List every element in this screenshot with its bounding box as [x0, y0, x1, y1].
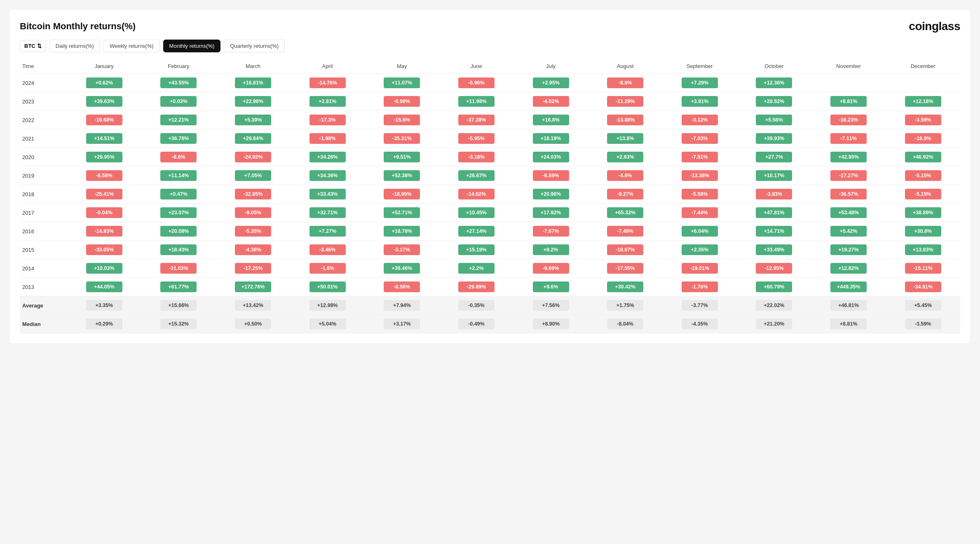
value-cell: -7.44% [662, 204, 737, 222]
value-cell: +22.96% [216, 92, 291, 111]
value-cell: - [811, 74, 886, 92]
value-cell: +16.8% [513, 111, 588, 129]
value-cell: +5.42% [811, 222, 886, 241]
median-cell: +3.17% [365, 315, 439, 333]
value-cell: -18.99% [365, 185, 439, 204]
table-row: 2014+10.03%-31.03%-17.25%-1.6%+39.46%+2.… [20, 259, 960, 278]
value-cell: +12.18% [886, 92, 960, 111]
value-cell: +20.96% [513, 185, 588, 204]
year-cell: 2015 [20, 241, 67, 259]
tab-quarterly[interactable]: Quarterly returns(%) [224, 40, 285, 52]
value-cell: -4.6% [588, 166, 663, 185]
value-cell: -13.88% [588, 111, 663, 129]
value-cell: +7.05% [216, 166, 291, 185]
value-cell: +10.03% [67, 259, 141, 278]
asset-selector[interactable]: BTC ⇅ [20, 40, 46, 52]
median-label: Median [20, 315, 67, 333]
value-cell: +18.78% [365, 222, 439, 241]
value-cell: +11.07% [365, 74, 439, 92]
controls-row: BTC ⇅ Daily returns(%) Weekly returns(%)… [20, 40, 960, 52]
brand-logo: coinglass [909, 20, 960, 33]
median-cell: +0.50% [216, 315, 291, 333]
value-cell: +14.51% [67, 129, 141, 148]
value-cell: +0.47% [141, 185, 216, 204]
page-title: Bitcoin Monthly returns(%) [20, 21, 136, 32]
value-cell: +449.35% [811, 278, 886, 296]
table-row: 2017-0.04%+23.07%-9.05%+32.71%+52.71%+10… [20, 204, 960, 222]
value-cell: +52.38% [365, 166, 439, 185]
median-cell: -8.04% [588, 315, 663, 333]
value-cell: -9.27% [588, 185, 663, 204]
average-cell: +5.45% [886, 296, 960, 315]
value-cell: -33.05% [67, 241, 141, 259]
median-cell: +8.90% [513, 315, 588, 333]
table-row: 2015-33.05%+18.43%-4.38%-3.46%-3.17%+15.… [20, 241, 960, 259]
value-cell: -5.58% [662, 185, 737, 204]
value-cell: +23.07% [141, 204, 216, 222]
value-cell: +9.6% [513, 278, 588, 296]
value-cell: +19.27% [811, 241, 886, 259]
value-cell: -16.23% [811, 111, 886, 129]
value-cell: +2.2% [439, 259, 514, 278]
col-header-november: November [811, 59, 886, 74]
tab-monthly[interactable]: Monthly returns(%) [163, 40, 221, 52]
median-cell: +8.81% [811, 315, 886, 333]
value-cell: -37.28% [439, 111, 514, 129]
asset-label: BTC [24, 43, 35, 49]
value-cell: +172.76% [216, 278, 291, 296]
col-header-september: September [662, 59, 737, 74]
value-cell: +12.21% [141, 111, 216, 129]
value-cell: +39.63% [67, 92, 141, 111]
year-cell: 2014 [20, 259, 67, 278]
table-header-row: Time January February March April May Ju… [20, 59, 960, 74]
value-cell: +8.2% [513, 241, 588, 259]
average-cell: +22.02% [737, 296, 811, 315]
value-cell: -19.01% [662, 259, 737, 278]
value-cell: +5.39% [216, 111, 291, 129]
value-cell: +16.81% [216, 74, 291, 92]
year-cell: 2019 [20, 166, 67, 185]
value-cell: -3.12% [662, 111, 737, 129]
value-cell: -7.03% [662, 129, 737, 148]
value-cell: -3.18% [439, 148, 514, 166]
value-cell: -11.29% [588, 92, 663, 111]
returns-table: Time January February March April May Ju… [20, 59, 960, 333]
value-cell: +26.67% [439, 166, 514, 185]
year-cell: 2020 [20, 148, 67, 166]
value-cell: -6.59% [513, 166, 588, 185]
value-cell: -9.69% [513, 259, 588, 278]
value-cell: -14.76% [290, 74, 365, 92]
value-cell: +6.04% [662, 222, 737, 241]
value-cell: -4.38% [216, 241, 291, 259]
value-cell: +8.81% [811, 92, 886, 111]
value-cell: -32.85% [216, 185, 291, 204]
value-cell: +34.26% [290, 148, 365, 166]
value-cell: +30.42% [588, 278, 663, 296]
median-cell: -3.59% [886, 315, 960, 333]
value-cell: -34.81% [886, 278, 960, 296]
tab-weekly[interactable]: Weekly returns(%) [103, 40, 160, 52]
col-header-march: March [216, 59, 291, 74]
value-cell: -3.17% [365, 241, 439, 259]
value-cell: +30.8% [886, 222, 960, 241]
value-cell: +0.62% [67, 74, 141, 92]
col-header-april: April [290, 59, 365, 74]
table-row: 2019-8.58%+11.14%+7.05%+34.36%+52.38%+26… [20, 166, 960, 185]
median-cell: +21.20% [737, 315, 811, 333]
col-header-june: June [439, 59, 514, 74]
median-row: Median+0.29%+15.32%+0.50%+5.04%+3.17%-0.… [20, 315, 960, 333]
value-cell: +38.89% [886, 204, 960, 222]
value-cell: +27.7% [737, 148, 811, 166]
value-cell: -8.6% [141, 148, 216, 166]
value-cell: +53.48% [811, 204, 886, 222]
value-cell: +20.08% [141, 222, 216, 241]
year-cell: 2016 [20, 222, 67, 241]
col-header-february: February [141, 59, 216, 74]
value-cell: +12.82% [811, 259, 886, 278]
average-cell: -3.77% [662, 296, 737, 315]
value-cell: -14.83% [67, 222, 141, 241]
median-cell: -4.35% [662, 315, 737, 333]
value-cell: +7.29% [662, 74, 737, 92]
tab-daily[interactable]: Daily returns(%) [49, 40, 100, 52]
average-row: Average+3.35%+15.66%+13.42%+12.98%+7.94%… [20, 296, 960, 315]
